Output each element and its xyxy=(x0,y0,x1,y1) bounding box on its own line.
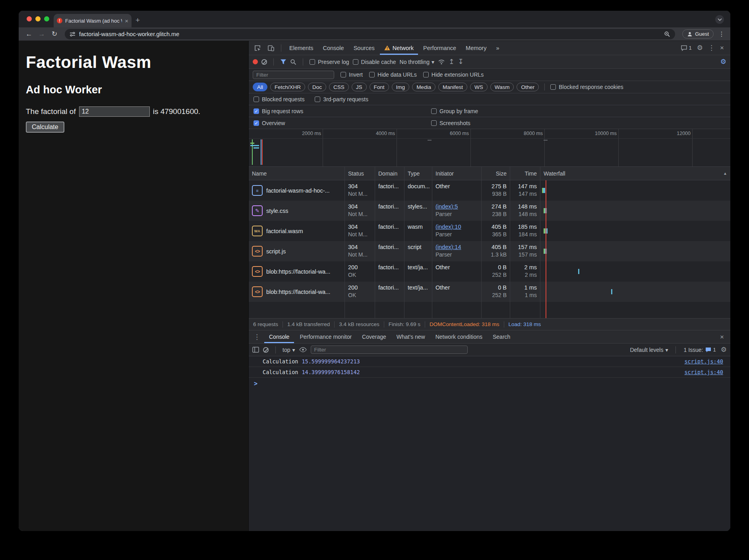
preserve-log-checkbox[interactable]: Preserve log xyxy=(310,59,349,65)
throttling-dropdown[interactable]: No throttling▾ xyxy=(400,59,435,65)
disable-cache-checkbox[interactable]: Disable cache xyxy=(353,59,396,65)
console-prompt[interactable]: > xyxy=(249,378,730,387)
record-network-log-button[interactable] xyxy=(253,59,258,64)
chip-all[interactable]: All xyxy=(253,83,267,91)
drawer-menu-icon[interactable]: ⋮ xyxy=(250,334,263,340)
chip-css[interactable]: CSS xyxy=(329,83,349,91)
devtools-menu-icon[interactable]: ⋮ xyxy=(708,44,715,51)
big-request-rows-checkbox[interactable]: ✓Big request rows xyxy=(254,108,303,114)
initiator-link[interactable]: (index):5 xyxy=(435,203,478,210)
network-overview-timeline[interactable]: 2000 ms 4000 ms 6000 ms 8000 ms 10000 ms… xyxy=(249,129,730,167)
blocked-requests-checkbox[interactable]: Blocked requests xyxy=(254,96,304,102)
chip-other[interactable]: Other xyxy=(517,83,539,91)
new-tab-button[interactable]: + xyxy=(135,16,140,25)
drawer-tab-whats-new[interactable]: What's new xyxy=(392,330,430,343)
chip-media[interactable]: Media xyxy=(412,83,435,91)
column-header-initiator[interactable]: Initiator xyxy=(432,167,482,180)
profile-badge[interactable]: Guest xyxy=(682,29,714,39)
drawer-tab-coverage[interactable]: Coverage xyxy=(357,330,391,343)
hide-data-urls-checkbox[interactable]: Hide data URLs xyxy=(369,71,417,78)
column-header-time[interactable]: Time xyxy=(510,167,540,180)
calculate-button[interactable]: Calculate xyxy=(26,122,64,133)
screenshots-checkbox[interactable]: Screenshots xyxy=(431,120,470,126)
table-row[interactable]: <>blob:https://factorial-wa... 200OK fac… xyxy=(249,261,730,282)
network-settings-gear-icon[interactable]: ⚙ xyxy=(720,58,726,65)
tab-console[interactable]: Console xyxy=(318,41,348,55)
console-message[interactable]: Calculation 14.399999976158142 script.js… xyxy=(249,367,730,378)
context-selector[interactable]: top▾ xyxy=(283,347,295,353)
export-har-icon[interactable]: ↧ xyxy=(458,58,463,65)
column-header-type[interactable]: Type xyxy=(404,167,432,180)
more-tabs-button[interactable]: » xyxy=(492,41,503,55)
issues-button[interactable]: 1 Issue: 1 xyxy=(683,347,716,353)
tab-close-icon[interactable]: × xyxy=(125,17,128,24)
tab-network[interactable]: Network xyxy=(380,41,418,55)
log-levels-dropdown[interactable]: Default levels▾ xyxy=(630,347,668,353)
import-har-icon[interactable]: ↥ xyxy=(449,58,454,65)
console-message[interactable]: Calculation 15.599999964237213 script.js… xyxy=(249,356,730,367)
chip-doc[interactable]: Doc xyxy=(308,83,326,91)
filter-funnel-icon[interactable] xyxy=(280,59,286,65)
chip-img[interactable]: Img xyxy=(392,83,410,91)
drawer-tab-performance-monitor[interactable]: Performance monitor xyxy=(295,330,356,343)
clear-network-log-icon[interactable] xyxy=(261,59,267,65)
tab-sources[interactable]: Sources xyxy=(349,41,379,55)
tab-search-button[interactable] xyxy=(715,15,724,24)
drawer-tab-console[interactable]: Console xyxy=(264,330,294,343)
initiator-link[interactable]: (index):14 xyxy=(435,243,478,251)
third-party-requests-checkbox[interactable]: 3rd-party requests xyxy=(315,96,368,102)
clear-console-icon[interactable] xyxy=(263,347,269,353)
drawer-tab-network-conditions[interactable]: Network conditions xyxy=(431,330,487,343)
invert-checkbox[interactable]: Invert xyxy=(341,71,363,78)
table-row[interactable]: ✎style.css 304Not M... factori... styles… xyxy=(249,201,730,221)
column-header-size[interactable]: Size xyxy=(482,167,510,180)
tab-elements[interactable]: Elements xyxy=(285,41,317,55)
chip-wasm[interactable]: Wasm xyxy=(490,83,514,91)
factorial-input[interactable] xyxy=(79,106,150,117)
table-row[interactable]: <>blob:https://factorial-wa... 200OK fac… xyxy=(249,282,730,302)
url-bar[interactable]: factorial-wasm-ad-hoc-worker.glitch.me xyxy=(65,29,675,39)
source-link[interactable]: script.js:40 xyxy=(684,369,723,375)
column-header-status[interactable]: Status xyxy=(345,167,375,180)
issues-counter-button[interactable]: 1 xyxy=(681,45,692,51)
search-icon[interactable] xyxy=(290,59,296,65)
minimize-window-button[interactable] xyxy=(35,16,41,21)
console-settings-gear-icon[interactable]: ⚙ xyxy=(721,346,727,353)
drawer-tab-search[interactable]: Search xyxy=(488,330,515,343)
forward-button[interactable]: → xyxy=(36,30,47,38)
hide-extension-urls-checkbox[interactable]: Hide extension URLs xyxy=(423,71,484,78)
column-header-domain[interactable]: Domain xyxy=(375,167,404,180)
close-drawer-icon[interactable]: × xyxy=(715,334,729,340)
network-filter-input[interactable] xyxy=(253,71,334,79)
group-by-frame-checkbox[interactable]: Group by frame xyxy=(431,108,478,114)
zoom-window-button[interactable] xyxy=(44,16,49,21)
settings-gear-icon[interactable]: ⚙ xyxy=(697,44,703,51)
blocked-response-cookies-checkbox[interactable]: Blocked response cookies xyxy=(550,84,623,90)
chip-fetch-xhr[interactable]: Fetch/XHR xyxy=(270,83,305,91)
site-settings-icon[interactable] xyxy=(70,31,75,37)
console-filter-input[interactable] xyxy=(311,346,468,354)
chip-ws[interactable]: WS xyxy=(470,83,488,91)
chip-manifest[interactable]: Manifest xyxy=(438,83,467,91)
tab-performance[interactable]: Performance xyxy=(419,41,461,55)
column-header-waterfall[interactable]: Waterfall ▲ xyxy=(540,167,730,180)
device-toolbar-icon[interactable] xyxy=(265,44,277,52)
eye-icon[interactable] xyxy=(299,347,307,352)
back-button[interactable]: ← xyxy=(23,30,35,38)
column-header-name[interactable]: Name xyxy=(249,167,345,180)
inspect-element-icon[interactable] xyxy=(251,44,264,52)
close-devtools-icon[interactable]: × xyxy=(720,44,724,51)
close-window-button[interactable] xyxy=(27,16,32,21)
chip-font[interactable]: Font xyxy=(370,83,389,91)
console-sidebar-icon[interactable] xyxy=(252,347,259,353)
source-link[interactable]: script.js:40 xyxy=(684,358,723,365)
table-row[interactable]: WAfactorial.wasm 304Not M... factori... … xyxy=(249,221,730,241)
overview-checkbox[interactable]: ✓Overview xyxy=(254,120,285,126)
zoom-icon[interactable] xyxy=(664,31,670,37)
network-conditions-icon[interactable] xyxy=(438,59,445,65)
chip-js[interactable]: JS xyxy=(352,83,367,91)
table-row[interactable]: <>script.js 304Not M... factori... scrip… xyxy=(249,241,730,261)
browser-menu-button[interactable]: ⋮ xyxy=(718,30,726,38)
table-row[interactable]: ≡factorial-wasm-ad-hoc-... 304Not M... f… xyxy=(249,180,730,201)
tab-memory[interactable]: Memory xyxy=(461,41,491,55)
